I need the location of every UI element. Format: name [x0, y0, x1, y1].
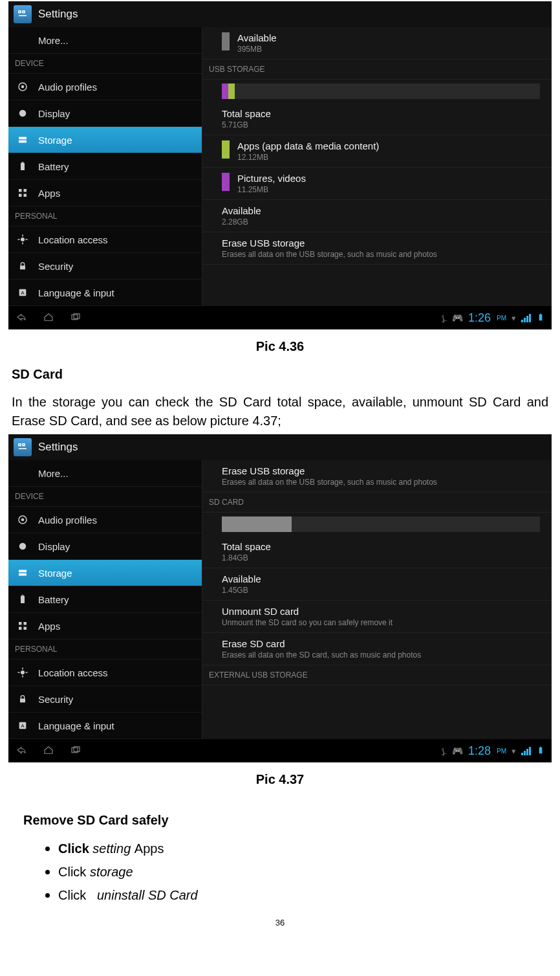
sidebar-item-label: Security	[38, 694, 73, 705]
detail-row-erase-usb[interactable]: Erase USB storage Erases all data on the…	[202, 232, 552, 265]
settings-app-icon	[14, 438, 32, 456]
window-title: Settings	[38, 8, 78, 21]
sidebar-item-label: Display	[38, 108, 70, 119]
detail-row-total-space[interactable]: Total space 5.71GB	[202, 103, 552, 135]
svg-text:A: A	[21, 723, 25, 729]
sidebar-item-language[interactable]: A Language & input	[8, 280, 202, 306]
instruction-list: Click setting Apps Click storage Click u…	[58, 836, 560, 906]
storage-detail-pane: Erase USB storage Erases all data on the…	[202, 460, 552, 739]
svg-rect-11	[24, 189, 27, 192]
home-button[interactable]	[42, 311, 55, 325]
recent-apps-button[interactable]	[69, 311, 82, 325]
detail-subtitle: Erases all data on the USB storage, such…	[222, 250, 437, 259]
svg-rect-33	[19, 573, 27, 576]
recent-apps-button[interactable]	[69, 744, 82, 758]
detail-row-unmount-sd[interactable]: Unmount SD card Unmount the SD card so y…	[202, 601, 552, 633]
svg-rect-8	[21, 163, 25, 170]
detail-row-erase-sd[interactable]: Erase SD card Erases all data on the SD …	[202, 633, 552, 665]
sidebar-item-label: Audio profiles	[38, 82, 97, 93]
svg-rect-37	[24, 622, 27, 625]
sidebar-item-audio[interactable]: Audio profiles	[8, 507, 202, 533]
svg-rect-24	[539, 314, 543, 320]
sidebar-item-storage[interactable]: Storage	[8, 127, 202, 153]
sidebar-item-display[interactable]: Display	[8, 533, 202, 560]
wifi-icon: ▾	[512, 746, 516, 756]
storage-icon	[16, 566, 29, 579]
svg-point-31	[19, 543, 27, 550]
clock-time: 1:26	[468, 311, 491, 325]
svg-point-29	[21, 518, 25, 522]
detail-row-sd-total[interactable]: Total space 1.84GB	[202, 536, 552, 568]
svg-rect-51	[540, 746, 541, 747]
detail-subtitle: 2.28GB	[222, 217, 261, 227]
detail-subtitle: 12.12MB	[237, 153, 379, 162]
storage-usage-bar	[222, 83, 540, 99]
detail-row-pictures[interactable]: Pictures, videos 11.25MB	[202, 168, 552, 200]
caption-pic-4-37: Pic 4.37	[0, 764, 560, 792]
sidebar-category-personal: PERSONAL	[8, 206, 202, 227]
page-number: 36	[0, 906, 560, 931]
detail-row-available-top[interactable]: Available 395MB	[202, 27, 552, 60]
location-icon	[16, 233, 29, 246]
sidebar-item-security[interactable]: Security	[8, 686, 202, 713]
detail-subtitle: 1.45GB	[222, 586, 544, 595]
detail-title: Erase USB storage	[222, 238, 437, 249]
audio-icon	[16, 80, 29, 93]
back-button[interactable]	[15, 311, 28, 325]
sidebar-item-storage[interactable]: Storage	[8, 560, 202, 586]
svg-rect-19	[20, 265, 25, 269]
sidebar-item-label: Display	[38, 541, 70, 552]
sidebar-item-apps[interactable]: Apps	[8, 180, 202, 206]
detail-title: Erase USB storage	[222, 465, 544, 476]
controller-icon: 🎮	[452, 746, 463, 756]
sidebar-item-location[interactable]: Location access	[8, 227, 202, 253]
svg-rect-13	[24, 194, 27, 197]
storage-usage-bar-sd	[222, 516, 540, 532]
sidebar-category-device: DEVICE	[8, 54, 202, 74]
caption-pic-4-36: Pic 4.36	[0, 331, 560, 359]
sidebar-item-more[interactable]: More...	[8, 460, 202, 487]
blank-icon	[16, 34, 29, 47]
battery-icon	[16, 593, 29, 606]
svg-rect-39	[24, 627, 27, 630]
home-button[interactable]	[42, 744, 55, 758]
sidebar-item-label: Apps	[38, 188, 60, 199]
detail-row-available[interactable]: Available 2.28GB	[202, 200, 552, 232]
back-button[interactable]	[15, 744, 28, 758]
color-swatch-green	[222, 140, 230, 159]
color-swatch-purple	[222, 173, 230, 191]
settings-sidebar: More... DEVICE Audio profiles Display St…	[8, 27, 202, 306]
system-nav-bar: ⍼ 🎮 1:26 PM ▾	[8, 306, 552, 329]
svg-rect-26	[19, 444, 21, 446]
detail-row-erase-usb[interactable]: Erase USB storage Erases all data on the…	[202, 460, 552, 493]
sidebar-item-language[interactable]: A Language & input	[8, 713, 202, 739]
main-area: More... DEVICE Audio profiles Display St…	[8, 460, 552, 739]
display-icon	[16, 107, 29, 120]
detail-row-apps[interactable]: Apps (app data & media content) 12.12MB	[202, 135, 552, 168]
detail-row-sd-available[interactable]: Available 1.45GB	[202, 568, 552, 601]
svg-point-40	[21, 671, 25, 674]
svg-rect-12	[19, 194, 22, 197]
section-header-sd-card: SD CARD	[202, 493, 552, 513]
heading-sd-card: SD Card	[0, 359, 560, 386]
sidebar-item-apps[interactable]: Apps	[8, 613, 202, 639]
language-icon: A	[16, 286, 29, 299]
sidebar-item-more[interactable]: More...	[8, 27, 202, 54]
clock-ampm: PM	[497, 748, 506, 755]
main-area: More... DEVICE Audio profiles Display St…	[8, 27, 552, 306]
detail-title: Unmount SD card	[222, 606, 544, 617]
sidebar-item-display[interactable]: Display	[8, 100, 202, 127]
sidebar-item-label: Apps	[38, 621, 60, 632]
sidebar-item-location[interactable]: Location access	[8, 660, 202, 686]
blank-icon	[16, 467, 29, 480]
sidebar-item-security[interactable]: Security	[8, 253, 202, 280]
svg-rect-36	[19, 622, 22, 625]
svg-point-14	[21, 238, 25, 241]
battery-icon	[16, 160, 29, 173]
sidebar-item-battery[interactable]: Battery	[8, 586, 202, 613]
sidebar-item-battery[interactable]: Battery	[8, 153, 202, 180]
sidebar-item-audio[interactable]: Audio profiles	[8, 74, 202, 100]
usb-icon: ⍼	[442, 746, 447, 756]
clock-time: 1:28	[468, 744, 491, 758]
detail-subtitle: Erases all data on the USB storage, such…	[222, 478, 544, 487]
